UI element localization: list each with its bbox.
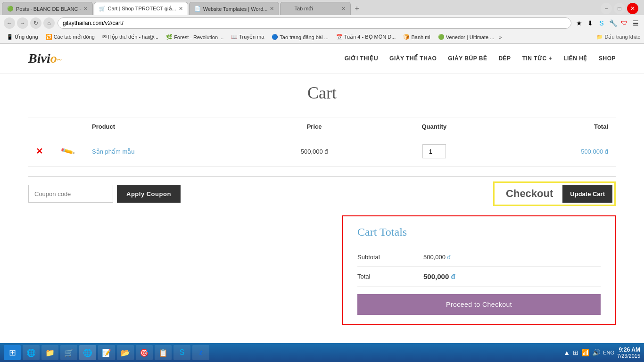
bookmark-tabs[interactable]: 🔁 Các tab mới đóng — [43, 33, 98, 41]
product-thumbnail: ✏️ — [55, 139, 81, 165]
bookmark-tao[interactable]: 🔵 Tao trang đăng bài ... — [269, 33, 331, 41]
update-cart-button[interactable]: Update Cart — [562, 185, 612, 203]
system-tray: ▲ ⊞ 📶 🔊 ENG 9:26 AM 7/23/2015 — [563, 346, 640, 359]
subtotal-dong: đ — [447, 254, 451, 261]
tab-2[interactable]: 🛒 Cart | Shop TPROTECT giả... ✕ — [94, 2, 188, 15]
tab-3[interactable]: 📄 Website Templates | Word... ✕ — [189, 2, 280, 15]
tray-windows-icon[interactable]: ⊞ — [573, 349, 578, 356]
taskbar-zalo[interactable]: Z — [192, 345, 209, 360]
col-quantity: Quantity — [376, 117, 492, 136]
taskbar-filezilla[interactable]: 📂 — [117, 345, 134, 360]
browser-chrome: 🟢 Posts · BLANC DE BLANC · ✕ 🛒 Cart | Sh… — [0, 0, 644, 44]
cart-totals-section: Cart Totals Subtotal 500,000 đ Total 500… — [28, 215, 616, 325]
nav-tin-tuc[interactable]: TIN TỨC + — [522, 55, 553, 62]
taskbar: ⊞ 🌐 📁 🛒 🌐 📝 📂 🎯 📋 S Z ▲ ⊞ 📶 🔊 ENG 9:26 A… — [0, 343, 644, 362]
coupon-input[interactable] — [28, 185, 113, 203]
tab-2-close[interactable]: ✕ — [179, 6, 183, 12]
cart-totals-title: Cart Totals — [357, 226, 601, 239]
security-icon[interactable]: 🛡 — [619, 18, 629, 28]
forward-button[interactable]: → — [17, 17, 28, 29]
restore-button[interactable]: □ — [614, 3, 625, 14]
nav-gioi-thieu[interactable]: GIỚI THIỆU — [345, 55, 378, 62]
tab-1-close[interactable]: ✕ — [83, 6, 88, 12]
taskbar-clipboard[interactable]: 📋 — [155, 345, 172, 360]
apply-coupon-button[interactable]: Apply Coupon — [117, 185, 181, 203]
refresh-button[interactable]: ↻ — [30, 17, 41, 29]
tab-1[interactable]: 🟢 Posts · BLANC DE BLANC · ✕ — [2, 2, 93, 15]
tab-2-label: Cart | Shop TPROTECT giả... — [108, 6, 176, 12]
nav-buttons: ← → ↻ ⌂ — [4, 17, 55, 29]
col-total: Total — [492, 117, 616, 136]
tray-network-icon[interactable]: ▲ — [563, 349, 570, 356]
product-image-cell: ✏️ — [50, 136, 84, 167]
total-amount: 500,000 — [423, 272, 449, 280]
tray-signal-icon[interactable]: 📶 — [581, 349, 589, 356]
bookmark-star-icon[interactable]: ★ — [574, 18, 584, 28]
extension-icon[interactable]: 🔧 — [608, 18, 618, 28]
menu-icon[interactable]: ☰ — [631, 18, 640, 28]
tab-4-label: Tab mới — [294, 6, 339, 12]
product-total: 500,000 đ — [581, 148, 608, 155]
clock-date: 7/23/2015 — [617, 353, 640, 359]
col-image — [50, 117, 84, 136]
tab-4[interactable]: Tab mới ✕ — [280, 2, 351, 15]
bookmark-venedor[interactable]: 🟢 Venedor | Ultimate ... — [435, 33, 497, 41]
clock-time: 9:26 AM — [617, 346, 640, 353]
clock[interactable]: 9:26 AM 7/23/2015 — [617, 346, 640, 359]
taskbar-aim[interactable]: 🎯 — [136, 345, 153, 360]
tab-3-close[interactable]: ✕ — [270, 6, 274, 12]
quantity-input[interactable] — [422, 144, 446, 158]
bookmark-mail[interactable]: ✉ Hộp thư đến - hai@... — [99, 33, 161, 41]
home-button[interactable]: ⌂ — [43, 17, 55, 29]
proceed-to-checkout-button[interactable]: Proceed to Checkout — [357, 294, 601, 315]
nav-giay-bup-be[interactable]: GIÀY BÚP BÊ — [448, 55, 487, 62]
product-price-cell: 500,000 đ — [253, 136, 376, 167]
taskbar-store[interactable]: 🛒 — [60, 345, 77, 360]
bookmarks-folder[interactable]: 📁 Dấu trang khác — [596, 34, 640, 40]
table-row: ✕ ✏️ Sản phẩm mẫu 500,000 đ 5 — [28, 136, 616, 167]
taskbar-notepad[interactable]: 📝 — [98, 345, 115, 360]
site-logo[interactable]: Bivio~ — [28, 51, 62, 66]
product-link[interactable]: Sản phẩm mẫu — [92, 148, 134, 155]
bookmark-truyen[interactable]: 📖 Truyện ma — [228, 33, 267, 41]
col-remove — [28, 117, 50, 136]
start-button[interactable]: ⊞ — [4, 345, 21, 360]
checkout-area: Checkout Update Cart — [493, 181, 616, 206]
tray-volume-icon[interactable]: 🔊 — [592, 349, 600, 356]
bookmark-forest[interactable]: 🌿 Forest - Revolution ... — [163, 33, 226, 41]
tab-4-favicon — [285, 6, 292, 12]
product-price: 500,000 đ — [301, 148, 328, 155]
nav-giay-the-thao[interactable]: GIÀY THỂ THAO — [389, 55, 437, 62]
bookmarks-overflow[interactable]: » — [499, 34, 502, 40]
bookmark-banh[interactable]: 🍞 Banh mi — [400, 33, 433, 41]
remove-item-button[interactable]: ✕ — [36, 147, 43, 156]
subtotal-value: 500,000 đ — [423, 254, 451, 261]
toolbar-icons: ★ ⬇ S 🔧 🛡 ☰ — [574, 18, 640, 28]
tray-language[interactable]: ENG — [603, 350, 614, 355]
col-price: Price — [253, 117, 376, 136]
bookmark-apps[interactable]: 📱 Ứng dụng — [4, 33, 41, 41]
download-icon[interactable]: ⬇ — [586, 18, 595, 28]
page-content: Bivio~ GIỚI THIỆU GIÀY THỂ THAO GIÀY BÚP… — [0, 44, 644, 344]
cart-table: Product Price Quantity Total ✕ ✏️ Sản ph… — [28, 117, 616, 167]
skype-icon[interactable]: S — [597, 18, 606, 28]
new-tab-button[interactable]: + — [352, 4, 362, 13]
nav-dep[interactable]: DÉP — [498, 55, 511, 62]
tab-3-label: Website Templates | Word... — [203, 6, 268, 12]
coupon-left: Apply Coupon — [28, 185, 181, 203]
back-button[interactable]: ← — [4, 17, 15, 29]
nav-shop[interactable]: SHOP — [599, 55, 616, 62]
address-bar: ← → ↻ ⌂ ★ ⬇ S 🔧 🛡 ☰ — [0, 15, 644, 31]
taskbar-ie[interactable]: 🌐 — [23, 345, 40, 360]
taskbar-skype[interactable]: S — [173, 345, 190, 360]
close-button[interactable]: ✕ — [627, 3, 638, 14]
address-input[interactable] — [58, 17, 571, 29]
minimize-button[interactable]: − — [601, 3, 612, 14]
taskbar-chrome[interactable]: 🌐 — [79, 345, 96, 360]
subtotal-row: Subtotal 500,000 đ — [357, 248, 601, 267]
tab-4-close[interactable]: ✕ — [341, 6, 346, 12]
bookmark-tuan[interactable]: 📅 Tuần 4 - BỘ MÔN D... — [333, 33, 399, 41]
taskbar-explorer[interactable]: 📁 — [41, 345, 58, 360]
total-dong: đ — [451, 272, 455, 280]
nav-lien-he[interactable]: LIÊN HỆ — [563, 55, 587, 62]
